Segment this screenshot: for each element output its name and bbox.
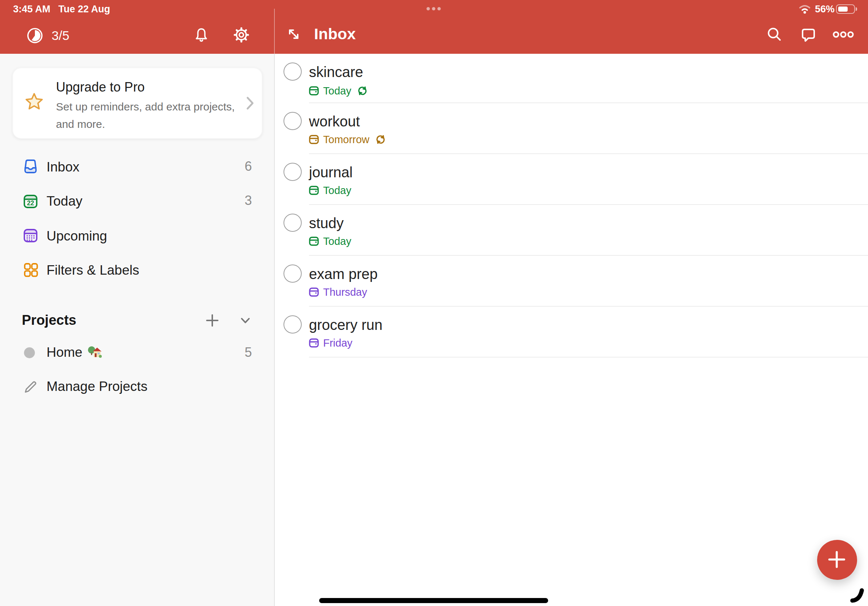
project-count: 5 — [245, 336, 252, 369]
task-row[interactable]: skincare Today — [274, 54, 868, 103]
due-label: Tomorrow — [323, 134, 369, 145]
sidebar-item-today[interactable]: 22 Today 3 — [0, 184, 274, 218]
project-color-dot — [24, 347, 35, 358]
upgrade-title: Upgrade to Pro — [56, 79, 145, 97]
manage-projects-button[interactable]: Manage Projects — [0, 369, 274, 403]
chevron-down-icon[interactable] — [240, 315, 251, 326]
upgrade-to-pro-card[interactable]: Upgrade to Pro Set up reminders, add ext… — [12, 68, 262, 139]
task-row[interactable]: workout Tomorrow — [274, 103, 868, 154]
task-list: skincare Today workout Tomorrow — [274, 54, 868, 606]
project-row-home[interactable]: Home 5 — [0, 336, 274, 369]
row-divider — [309, 356, 868, 357]
battery-percent: 56% — [815, 3, 835, 15]
due-label: Thursday — [323, 286, 367, 298]
app-header: 3:45 AMTue 22 Aug 56% 3/5 — [0, 0, 868, 54]
battery-nub — [856, 7, 857, 11]
karma-progress-label[interactable]: 3/5 — [52, 28, 70, 43]
calendar-upcoming-icon — [22, 227, 39, 244]
projects-section-title: Projects — [22, 311, 76, 330]
sidebar-item-label: Filters & Labels — [46, 252, 139, 287]
calendar-icon — [309, 236, 319, 246]
task-checkbox[interactable] — [284, 213, 302, 232]
sidebar-item-filters-labels[interactable]: Filters & Labels — [0, 252, 274, 287]
manage-projects-label: Manage Projects — [46, 369, 147, 403]
status-time-date: 3:45 AMTue 22 Aug — [13, 3, 110, 15]
expand-arrows-icon[interactable] — [286, 26, 302, 42]
task-due: Today — [309, 83, 368, 98]
task-title: exam prep — [309, 264, 378, 283]
task-due: Today — [309, 183, 351, 198]
sidebar-item-inbox[interactable]: Inbox 6 — [0, 149, 274, 184]
recurring-icon — [356, 85, 368, 96]
task-checkbox[interactable] — [284, 162, 302, 181]
task-title: skincare — [309, 62, 363, 81]
task-checkbox[interactable] — [284, 264, 302, 282]
ellipsis-icon[interactable] — [830, 29, 856, 40]
page-title: Inbox — [314, 24, 356, 44]
task-checkbox[interactable] — [284, 111, 302, 130]
star-icon — [24, 91, 44, 112]
plus-icon — [826, 549, 847, 570]
wifi-icon — [797, 3, 812, 14]
task-title: grocery run — [309, 315, 382, 334]
calendar-icon — [309, 134, 319, 145]
task-due: Thursday — [309, 284, 367, 300]
add-task-button[interactable] — [817, 540, 857, 580]
due-label: Friday — [323, 337, 353, 349]
status-date: Tue 22 Aug — [59, 3, 110, 14]
calendar-icon — [309, 287, 319, 297]
bell-icon[interactable] — [193, 26, 210, 43]
pen-stroke-mark — [848, 583, 866, 604]
chevron-right-icon — [246, 96, 254, 110]
comment-bubble-icon[interactable] — [800, 26, 817, 43]
recurring-icon — [374, 134, 386, 145]
calendar-icon — [309, 338, 319, 348]
task-row[interactable]: study Today — [274, 204, 868, 255]
task-row[interactable]: grocery run Friday — [274, 306, 868, 357]
task-due: Friday — [309, 335, 353, 351]
task-row[interactable]: exam prep Thursday — [274, 255, 868, 306]
task-row[interactable]: journal Today — [274, 154, 868, 204]
project-name: Home — [46, 336, 103, 369]
battery-fill — [838, 6, 848, 11]
grid-filters-icon — [22, 261, 39, 278]
house-with-garden-emoji — [88, 345, 103, 360]
clock: 3:45 AM — [13, 3, 51, 14]
task-title: workout — [309, 111, 360, 130]
calendar-today-icon: 22 — [22, 192, 39, 210]
due-label: Today — [323, 235, 351, 247]
upgrade-subtitle: Set up reminders, add extra projects, an… — [56, 98, 246, 132]
task-title: journal — [309, 162, 353, 181]
pencil-icon — [23, 378, 39, 394]
battery-icon — [836, 4, 855, 14]
header-divider — [274, 9, 274, 54]
drag-handle-dots-icon[interactable] — [426, 6, 441, 11]
sidebar-item-label: Today — [46, 184, 82, 218]
task-checkbox[interactable] — [284, 62, 302, 80]
sidebar-item-label: Inbox — [46, 149, 80, 184]
due-label: Today — [323, 85, 351, 96]
svg-text:22: 22 — [27, 199, 34, 206]
search-icon[interactable] — [766, 25, 783, 43]
calendar-icon — [309, 85, 319, 96]
due-label: Today — [323, 185, 351, 196]
progress-pie-icon[interactable] — [26, 28, 42, 43]
app-screen: 3:45 AMTue 22 Aug 56% 3/5 — [0, 0, 868, 606]
inbox-tray-icon — [22, 158, 39, 175]
task-due: Today — [309, 233, 351, 249]
sidebar-item-upcoming[interactable]: Upcoming — [0, 218, 274, 252]
task-checkbox[interactable] — [284, 315, 302, 333]
task-due: Tomorrow — [309, 132, 386, 147]
sidebar-item-count: 3 — [245, 184, 252, 218]
add-project-icon[interactable] — [205, 313, 220, 327]
sidebar-item-label: Upcoming — [46, 218, 107, 252]
sidebar-item-count: 6 — [245, 149, 252, 184]
task-title: study — [309, 213, 344, 232]
gear-icon[interactable] — [232, 26, 250, 43]
calendar-icon — [309, 185, 319, 195]
sidebar: Upgrade to Pro Set up reminders, add ext… — [0, 54, 274, 606]
home-indicator-bar[interactable] — [319, 598, 548, 603]
